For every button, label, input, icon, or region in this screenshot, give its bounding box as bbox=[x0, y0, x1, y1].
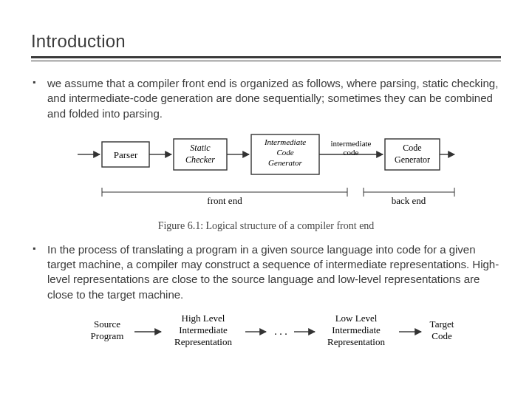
slide-title: Introduction bbox=[31, 31, 501, 52]
fig1-box-parser: Parser bbox=[114, 149, 138, 160]
fig2-ellipsis: . . . bbox=[274, 326, 287, 337]
svg-text:code: code bbox=[344, 148, 359, 157]
svg-text:Code: Code bbox=[403, 143, 421, 153]
svg-text:Low Level: Low Level bbox=[335, 313, 378, 324]
svg-text:Code: Code bbox=[432, 330, 452, 341]
svg-text:Target: Target bbox=[430, 318, 454, 330]
figure1-caption: Figure 6.1: Logical structure of a compi… bbox=[31, 220, 501, 232]
svg-text:Checker: Checker bbox=[185, 154, 215, 165]
fig1-front-end-label: front end bbox=[207, 195, 242, 206]
svg-text:Program: Program bbox=[91, 330, 124, 341]
svg-text:High Level: High Level bbox=[182, 313, 225, 324]
bullet-list-2: In the process of translating a program … bbox=[31, 242, 501, 302]
svg-text:Intermediate: Intermediate bbox=[179, 324, 228, 335]
figure-representation-chain: Source Program High Level Intermediate R… bbox=[31, 310, 501, 357]
bullet-list: we assume that a compiler front end is o… bbox=[31, 76, 501, 121]
svg-text:Source: Source bbox=[94, 318, 120, 330]
svg-text:Representation: Representation bbox=[327, 336, 385, 347]
svg-text:Static: Static bbox=[190, 143, 211, 153]
svg-text:intermediate: intermediate bbox=[331, 139, 372, 148]
figure-compiler-front-end: Parser Static Checker Intermediate Code … bbox=[31, 129, 501, 232]
figure2-svg: Source Program High Level Intermediate R… bbox=[74, 310, 458, 357]
fig1-back-end-label: back end bbox=[392, 195, 426, 206]
svg-text:Generator: Generator bbox=[395, 154, 430, 165]
figure1-svg: Parser Static Checker Intermediate Code … bbox=[74, 129, 458, 217]
title-rule-thin bbox=[31, 61, 501, 61]
svg-text:Representation: Representation bbox=[174, 336, 232, 347]
slide: Introduction we assume that a compiler f… bbox=[0, 0, 532, 399]
title-rule-thick bbox=[31, 56, 501, 58]
svg-text:Generator: Generator bbox=[268, 158, 303, 167]
svg-text:Code: Code bbox=[276, 148, 293, 157]
svg-text:Intermediate: Intermediate bbox=[332, 324, 381, 335]
svg-text:Intermediate: Intermediate bbox=[264, 137, 306, 146]
bullet-item: we assume that a compiler front end is o… bbox=[31, 76, 501, 121]
bullet-item: In the process of translating a program … bbox=[31, 242, 501, 302]
